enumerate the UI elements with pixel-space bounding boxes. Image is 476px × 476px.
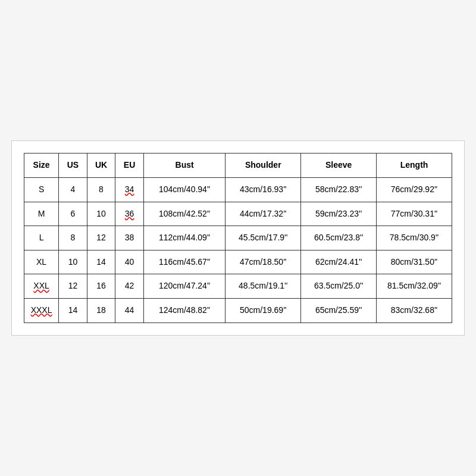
cell-bust-4: 120cm/47.24'' [143, 274, 225, 299]
header-bust: Bust [143, 154, 225, 178]
cell-uk-3: 14 [87, 250, 115, 274]
cell-length-1: 77cm/30.31'' [377, 202, 452, 226]
header-eu: EU [115, 154, 144, 178]
cell-eu-5: 44 [115, 298, 144, 322]
cell-length-2: 78.5cm/30.9'' [377, 226, 452, 250]
cell-eu-0: 34 [115, 178, 144, 202]
cell-size-0: S [24, 178, 59, 202]
cell-bust-3: 116cm/45.67'' [143, 250, 225, 274]
cell-size-4: XXL [24, 274, 59, 299]
cell-shoulder-2: 45.5cm/17.9'' [226, 226, 301, 250]
table-row: M61036108cm/42.52''44cm/17.32''59cm/23.2… [24, 202, 452, 226]
header-size: Size [24, 154, 59, 178]
table-header-row: Size US UK EU Bust Shoulder Sleeve Lengt… [24, 154, 452, 178]
cell-us-2: 8 [59, 226, 87, 250]
cell-uk-1: 10 [87, 202, 115, 226]
cell-us-0: 4 [59, 178, 87, 202]
cell-shoulder-3: 47cm/18.50'' [226, 250, 301, 274]
cell-eu-3: 40 [115, 250, 144, 274]
cell-sleeve-2: 60.5cm/23.8'' [301, 226, 377, 250]
cell-length-5: 83cm/32.68'' [377, 298, 452, 322]
cell-bust-1: 108cm/42.52'' [143, 202, 225, 226]
size-chart-table: Size US UK EU Bust Shoulder Sleeve Lengt… [24, 153, 452, 322]
cell-sleeve-4: 63.5cm/25.0'' [301, 274, 377, 299]
table-row: S4834104cm/40.94''43cm/16.93''58cm/22.83… [24, 178, 452, 202]
cell-sleeve-5: 65cm/25.59'' [301, 298, 377, 322]
cell-bust-0: 104cm/40.94'' [143, 178, 225, 202]
header-us: US [59, 154, 87, 178]
header-length: Length [377, 154, 452, 178]
cell-size-1: M [24, 202, 59, 226]
cell-bust-5: 124cm/48.82'' [143, 298, 225, 322]
cell-length-3: 80cm/31.50'' [377, 250, 452, 274]
cell-sleeve-1: 59cm/23.23'' [301, 202, 377, 226]
cell-us-3: 10 [59, 250, 87, 274]
cell-shoulder-5: 50cm/19.69'' [226, 298, 301, 322]
table-row: XXXL141844124cm/48.82''50cm/19.69''65cm/… [24, 298, 452, 322]
cell-length-4: 81.5cm/32.09'' [377, 274, 452, 299]
cell-size-2: L [24, 226, 59, 250]
header-sleeve: Sleeve [301, 154, 377, 178]
cell-uk-0: 8 [87, 178, 115, 202]
cell-eu-1: 36 [115, 202, 144, 226]
cell-shoulder-4: 48.5cm/19.1'' [226, 274, 301, 299]
table-row: XXL121642120cm/47.24''48.5cm/19.1''63.5c… [24, 274, 452, 299]
cell-uk-2: 12 [87, 226, 115, 250]
cell-bust-2: 112cm/44.09'' [143, 226, 225, 250]
table-row: L81238112cm/44.09''45.5cm/17.9''60.5cm/2… [24, 226, 452, 250]
cell-sleeve-0: 58cm/22.83'' [301, 178, 377, 202]
cell-shoulder-1: 44cm/17.32'' [226, 202, 301, 226]
cell-us-5: 14 [59, 298, 87, 322]
cell-shoulder-0: 43cm/16.93'' [226, 178, 301, 202]
cell-uk-5: 18 [87, 298, 115, 322]
size-chart-container: Size US UK EU Bust Shoulder Sleeve Lengt… [11, 140, 465, 335]
cell-size-5: XXXL [24, 298, 59, 322]
cell-eu-4: 42 [115, 274, 144, 299]
table-row: XL101440116cm/45.67''47cm/18.50''62cm/24… [24, 250, 452, 274]
header-shoulder: Shoulder [226, 154, 301, 178]
cell-length-0: 76cm/29.92'' [377, 178, 452, 202]
cell-us-1: 6 [59, 202, 87, 226]
cell-size-3: XL [24, 250, 59, 274]
header-uk: UK [87, 154, 115, 178]
cell-sleeve-3: 62cm/24.41'' [301, 250, 377, 274]
cell-eu-2: 38 [115, 226, 144, 250]
cell-uk-4: 16 [87, 274, 115, 299]
cell-us-4: 12 [59, 274, 87, 299]
